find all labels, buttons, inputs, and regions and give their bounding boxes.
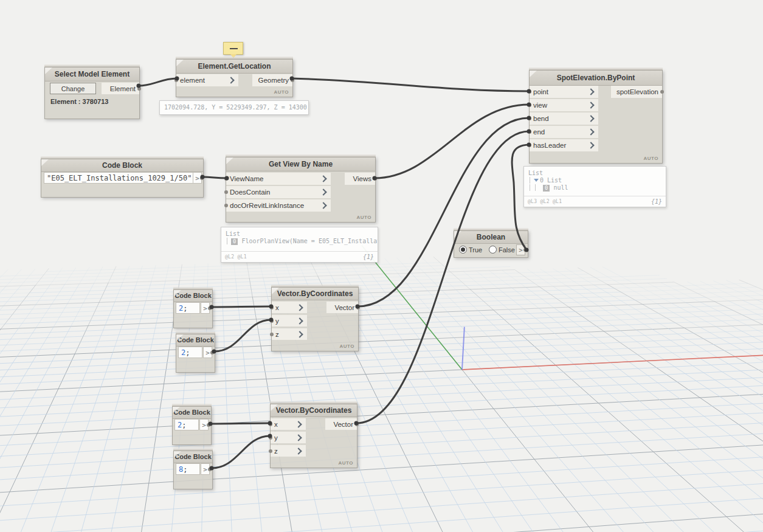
wire-code-x1-to-x[interactable] xyxy=(212,306,271,307)
wire-vector1-to-bend[interactable] xyxy=(357,118,529,306)
node-vector-bycoordinates-1[interactable]: Vector.ByCoordinates x y z Vector AUTO xyxy=(271,287,359,351)
input-port-docorrevitlinkinstance[interactable]: docOrRevitLinkInstance xyxy=(226,199,331,212)
node-code-block-x2[interactable]: Code Block 2; > xyxy=(172,406,212,445)
input-port-hasleader[interactable]: hasLeader xyxy=(530,139,598,151)
input-port-doescontain[interactable]: DoesContain xyxy=(226,186,331,198)
note-tail-icon xyxy=(230,54,236,58)
input-port-x[interactable]: x xyxy=(271,418,306,430)
node-code-block-x1[interactable]: Code Block 2; > xyxy=(173,289,213,328)
node-title[interactable]: Code Block xyxy=(176,334,215,347)
output-port-boolean[interactable]: > xyxy=(516,244,525,255)
tree-pin-icon xyxy=(535,184,536,191)
code-input-field[interactable]: 8; xyxy=(176,463,200,475)
node-select-model-element[interactable]: Select Model Element Change Element Elem… xyxy=(44,67,140,119)
chevron-right-icon xyxy=(295,447,302,454)
node-spotelevation-bypoint[interactable]: SpotElevation.ByPoint point view bend en… xyxy=(529,70,663,164)
output-port-geometry[interactable]: Geometry xyxy=(252,74,292,86)
input-port-z[interactable]: z xyxy=(271,445,306,457)
chevron-right-icon xyxy=(320,175,326,182)
chevron-right-icon xyxy=(587,88,594,95)
node-boolean[interactable]: Boolean True False > xyxy=(454,230,528,258)
lacing-label[interactable]: AUTO xyxy=(643,156,658,161)
expand-caret-icon xyxy=(534,179,539,182)
input-port-x[interactable]: x xyxy=(272,302,307,313)
preview-text: 1702094.728, Y = 5229349.297, Z = 14300.… xyxy=(160,101,308,112)
input-port-element[interactable]: element xyxy=(176,74,238,86)
input-port-point[interactable]: point xyxy=(530,86,598,98)
node-title[interactable]: Code Block xyxy=(173,407,211,419)
code-input-field[interactable]: 2; xyxy=(176,302,200,314)
node-title[interactable]: Boolean xyxy=(454,231,528,244)
preview-tree: List0 FloorPlanView(Name = E05_ELT_Insta… xyxy=(221,227,378,246)
output-port-views[interactable]: Views xyxy=(345,173,375,185)
output-port-spotelevation[interactable]: spotElevation xyxy=(611,86,662,98)
wire-vector2-to-end[interactable] xyxy=(356,131,529,423)
lacing-label[interactable]: AUTO xyxy=(338,460,353,466)
node-vector-bycoordinates-2[interactable]: Vector.ByCoordinates x y z Vector AUTO xyxy=(270,404,357,468)
output-port-code[interactable]: > xyxy=(201,302,210,314)
radio-off-icon[interactable] xyxy=(489,246,497,254)
lacing-label[interactable]: AUTO xyxy=(356,215,371,220)
radio-on-icon[interactable] xyxy=(459,246,467,254)
code-input-field[interactable]: 2; xyxy=(174,419,199,430)
preview-bubble-getlocation[interactable]: 1702094.728, Y = 5229349.297, Z = 14300.… xyxy=(159,100,309,115)
input-port-y[interactable]: y xyxy=(272,315,307,326)
tree-pin-icon xyxy=(530,177,530,184)
chevron-right-icon xyxy=(296,304,303,311)
node-code-block-y2[interactable]: Code Block 8; > xyxy=(173,451,213,489)
levels-label: @L2 @L1 xyxy=(225,254,247,260)
chevron-right-icon xyxy=(295,434,302,441)
code-input-field[interactable]: "E05_ELT_Installations_1029_1/50"; xyxy=(44,172,193,184)
code-input-field[interactable]: 2; xyxy=(178,347,202,358)
input-port-z[interactable]: z xyxy=(272,328,307,340)
node-title[interactable]: Get View By Name xyxy=(226,157,375,171)
wire-geometry-to-point[interactable] xyxy=(292,78,529,91)
chevron-right-icon xyxy=(587,128,594,135)
output-port-vector[interactable]: Vector xyxy=(325,418,357,430)
output-port-code[interactable]: > xyxy=(203,347,212,358)
input-port-viewname[interactable]: ViewName xyxy=(226,173,331,185)
input-port-y[interactable]: y xyxy=(271,432,306,443)
output-port-code[interactable]: > xyxy=(193,172,202,184)
warning-note-bubble[interactable] xyxy=(223,42,243,55)
node-title[interactable]: Element.GetLocation xyxy=(176,60,292,74)
output-port-vector[interactable]: Vector xyxy=(326,302,358,313)
canvas[interactable]: Select Model Element Change Element Elem… xyxy=(0,0,763,532)
wire-code-y1-to-y[interactable] xyxy=(214,320,271,351)
node-element-getlocation[interactable]: Element.GetLocation element Geometry AUT… xyxy=(176,59,293,97)
node-code-block-y1[interactable]: Code Block 2; > xyxy=(176,334,215,373)
input-port-bend[interactable]: bend xyxy=(530,112,598,125)
radio-true[interactable]: True xyxy=(459,246,482,254)
node-get-view-by-name[interactable]: Get View By Name ViewName DoesContain do… xyxy=(226,157,376,223)
wire-code-to-viewname[interactable] xyxy=(202,177,227,178)
node-title[interactable]: Select Model Element xyxy=(45,67,139,81)
change-button[interactable]: Change xyxy=(50,83,96,94)
node-title[interactable]: Vector.ByCoordinates xyxy=(271,404,357,417)
node-title[interactable]: Code Block xyxy=(41,159,203,172)
output-port-element[interactable]: Element xyxy=(102,83,139,94)
chevron-right-icon xyxy=(296,317,303,324)
chevron-right-icon xyxy=(587,142,594,148)
node-title[interactable]: Code Block xyxy=(174,290,212,302)
lacing-label[interactable]: AUTO xyxy=(274,89,289,95)
chevron-right-icon xyxy=(296,331,303,337)
index-badge: 0 xyxy=(543,185,550,192)
lacing-label[interactable]: AUTO xyxy=(339,344,354,349)
preview-bubble-getview[interactable]: List0 FloorPlanView(Name = E05_ELT_Insta… xyxy=(221,227,378,263)
node-title[interactable]: SpotElevation.ByPoint xyxy=(530,71,662,86)
preview-bubble-spotelevation[interactable]: List0 List 0 null @L3 @L2 @L1 {1} xyxy=(523,166,666,207)
node-title[interactable]: Vector.ByCoordinates xyxy=(272,288,358,300)
radio-false[interactable]: False xyxy=(489,246,515,254)
node-title[interactable]: Code Block xyxy=(174,451,212,463)
wire-views-to-view[interactable] xyxy=(375,105,529,178)
chevron-right-icon xyxy=(295,421,302,427)
wire-code-x2-to-x[interactable] xyxy=(210,423,270,424)
output-port-code[interactable]: > xyxy=(199,419,209,430)
output-port-code[interactable]: > xyxy=(201,463,210,475)
wire-code-y2-to-y[interactable] xyxy=(212,436,270,468)
input-port-view[interactable]: view xyxy=(530,99,598,111)
chevron-right-icon xyxy=(227,77,234,83)
wire-element-to-getlocation[interactable] xyxy=(139,78,177,86)
node-code-block-viewname[interactable]: Code Block "E05_ELT_Installations_1029_1… xyxy=(41,159,204,198)
input-port-end[interactable]: end xyxy=(530,126,598,138)
